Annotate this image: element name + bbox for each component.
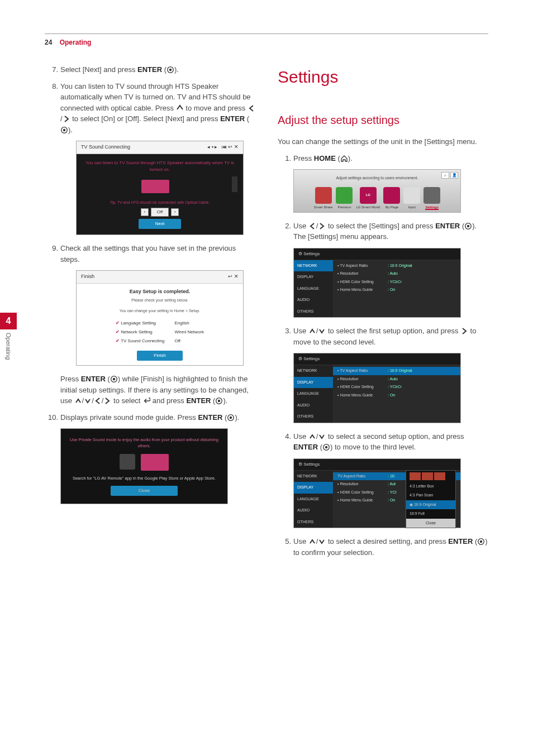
chapter-number: 4 [0,313,17,329]
ss-home-sub: Adjust settings according to users envir… [297,175,457,181]
arrow-right-button[interactable]: › [171,208,179,216]
finish-button[interactable]: Finish [137,351,182,361]
screenshot-settings-2: ⚙ Settings NETWORK DISPLAY LANGUAGE AUDI… [293,353,461,423]
menu-language[interactable]: LANGUAGE [294,388,333,400]
menu-display[interactable]: DISPLAY [294,482,333,494]
home-item-premium[interactable]: Premium [336,187,353,210]
menu-language[interactable]: LANGUAGE [294,283,333,295]
ss-set-opts: • TV Aspect Ratio: 16:9 Original • Resol… [333,260,460,318]
enter-label: ENTER [293,443,318,451]
caret-down-icon [318,538,326,546]
r2-a: Use [293,222,308,230]
dropdown-close-button[interactable]: Close [406,519,455,528]
step8-text-b: to move and press [184,104,248,112]
screenshot-settings-1: ⚙ Settings NETWORK DISPLAY LANGUAGE AUDI… [293,248,461,318]
enter-target-icon [166,66,174,74]
enter-label: ENTER [81,375,106,383]
opt-row[interactable]: • HDMI Color Setting: YCbCr [333,383,460,391]
step-10: Displays private sound mode guide. Press… [45,412,255,504]
menu-others[interactable]: OTHERS [294,516,333,528]
speaker-icon [232,176,237,192]
phone-icon [120,454,135,470]
after9-d: to select [111,396,142,405]
aspect-option[interactable]: 16:9 Full [406,509,455,519]
ss3-msg: Use Private Sound mode to enjoy the audi… [66,437,222,449]
ss1-controls: ◂ ▪ ▸ ⏮ ↩ ✕ [207,143,239,151]
menu-audio[interactable]: AUDIO [294,294,333,306]
menu-display[interactable]: DISPLAY [294,377,333,389]
menu-display[interactable]: DISPLAY [294,271,333,283]
menu-audio[interactable]: AUDIO [294,400,333,412]
row-k: TV Sound Connecting [121,338,164,343]
home-item-smartshare[interactable]: Smart Share [314,187,333,210]
user-icon[interactable]: 👤 [450,172,458,179]
caret-right-icon [103,397,111,405]
opt-row[interactable]: • Home Menu Guide: On [333,391,460,400]
opt-row[interactable]: • TV Aspect Ratio: 16:9 Original [333,367,460,375]
caret-up-icon [74,397,82,405]
menu-others[interactable]: OTHERS [294,306,333,318]
ss-set-menu: NETWORK DISPLAY LANGUAGE AUDIO OTHERS [294,260,333,318]
r2-b: to select the [Settings] and press [326,222,435,230]
opt-row[interactable]: • Resolution: Auto [333,270,460,278]
enter-label: ENTER [448,537,473,546]
ss-set-title: ⚙ Settings [294,459,460,471]
content-columns: Select [Next] and press ENTER (). You ca… [45,64,488,563]
left-column: Select [Next] and press ENTER (). You ca… [45,64,255,563]
settings-intro: You can change the settings of the unit … [278,136,488,147]
ss-set-opts: • TV Aspect Ratio: 16:9 Original • Resol… [333,365,460,423]
menu-audio[interactable]: AUDIO [294,505,333,516]
home-item-mypage[interactable]: My Page [383,187,400,210]
ss-set-menu: NETWORK DISPLAY LANGUAGE AUDIO OTHERS [294,365,333,423]
aspect-option[interactable]: 4:3 Pan Scan [406,491,455,500]
r3-a: Use [293,327,308,335]
opt-row[interactable]: • Resolution: Auto [333,375,460,384]
screenshot-settings-3: ⚙ Settings NETWORK DISPLAY LANGUAGE AUDI… [293,458,461,529]
aspect-option[interactable]: 4:3 Letter Box [406,482,455,491]
caret-right-icon [63,115,70,123]
after9-a: Press [60,375,81,383]
ss-home-topicons: ⌕👤 [441,172,458,179]
opt-row[interactable]: • TV Aspect Ratio: 16:9 Original [333,262,460,270]
home-item-input[interactable]: Input [403,187,420,210]
off-value[interactable]: Off [151,208,169,217]
ss-home-row: Smart Share Premium LGLG Smart World My … [297,187,457,210]
caret-left-icon [248,104,255,112]
check-icon: ✔ [116,329,120,334]
home-item-settings[interactable]: Settings [423,187,440,210]
search-icon[interactable]: ⌕ [441,172,449,179]
aspect-dropdown: 4:3 Letter Box 4:3 Pan Scan ◉ 16:9 Origi… [406,470,456,529]
step7-text-b: ( [162,65,166,74]
menu-network[interactable]: NETWORK [294,471,333,482]
opt-row[interactable]: • Home Menu Guide: On [333,286,460,294]
menu-network[interactable]: NETWORK [294,365,333,377]
svg-point-3 [63,128,65,131]
ss1-body: You can listen to TV Sound through HTS S… [77,154,243,235]
menu-others[interactable]: OTHERS [294,411,333,423]
aspect-option-selected[interactable]: ◉ 16:9 Original [406,500,455,510]
step7-text-c: ). [174,65,179,74]
aspect-preview [406,471,455,482]
menu-language[interactable]: LANGUAGE [294,494,333,505]
opt-row[interactable]: • HDMI Color Setting: YCbCr [333,278,460,286]
svg-point-5 [113,378,115,380]
arrow-left-button[interactable]: ‹ [141,208,149,216]
close-button[interactable]: Close [111,486,178,496]
r1-b: ( [336,154,340,162]
next-button[interactable]: Next [139,219,181,229]
enter-label: ENTER [220,114,245,123]
home-item-lgworld[interactable]: LGLG Smart World [356,187,380,210]
rstep-2: Use / to select the [Settings] and press… [278,221,488,318]
svg-point-11 [467,224,469,227]
ss1-graphic [82,176,237,197]
r5-b: to select a desired setting, and press [326,537,448,546]
menu-network[interactable]: NETWORK [294,260,333,272]
r3-b: to select the first setup option, and pr… [326,327,460,335]
r2-c: ( [460,222,464,230]
ss-set-title: ⚙ Settings [294,353,460,365]
step10-a: Displays private sound mode guide. Press [60,413,198,422]
enter-target-icon [477,538,485,546]
caret-up-icon [308,327,316,335]
row-v: Wired Network [170,328,208,336]
caret-up-icon [308,433,316,441]
